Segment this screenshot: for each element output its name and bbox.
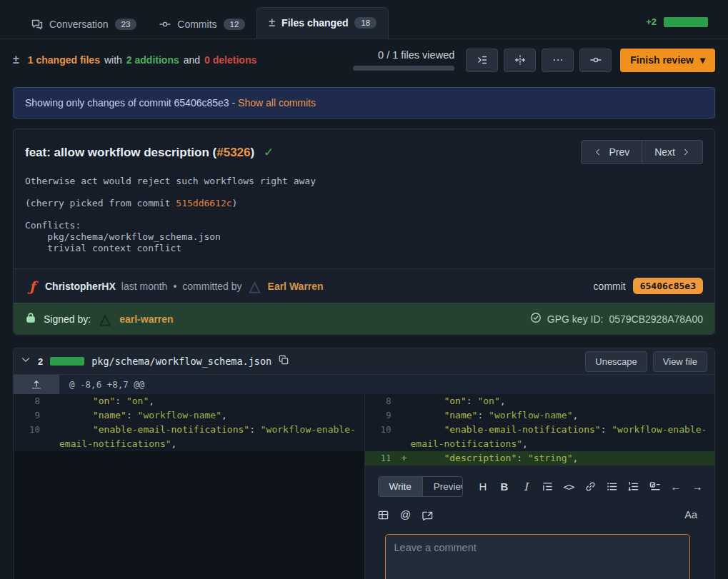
comment-input[interactable] bbox=[385, 534, 691, 579]
status-check-icon[interactable]: ✓ bbox=[264, 146, 274, 159]
committer-avatar[interactable]: △ bbox=[248, 279, 262, 293]
unordered-list-icon[interactable] bbox=[606, 481, 617, 492]
committed-by-text: committed by bbox=[182, 281, 241, 292]
unescape-button[interactable]: Unescape bbox=[585, 351, 647, 372]
files-viewed-label: 0 / 1 files viewed bbox=[378, 49, 454, 61]
diff-left-cell: 8 "on": "on", bbox=[14, 394, 364, 408]
signer-avatar[interactable]: △ bbox=[98, 312, 112, 326]
finish-review-button[interactable]: Finish review ▾ bbox=[620, 49, 715, 72]
file-tree-toggle-button[interactable] bbox=[466, 49, 498, 72]
heading-icon[interactable]: H bbox=[477, 480, 489, 494]
undo-arrow-icon[interactable]: ← bbox=[670, 480, 682, 494]
split-view-button[interactable] bbox=[504, 49, 536, 72]
file-diff-stat-bar bbox=[50, 357, 84, 366]
tab-conversation[interactable]: Conversation 23 bbox=[20, 10, 148, 39]
expand-hunk-button[interactable] bbox=[14, 375, 59, 394]
diff-line-number[interactable]: 10 bbox=[14, 423, 46, 451]
mention-icon[interactable]: @ bbox=[400, 508, 412, 522]
commit-word: commit bbox=[594, 281, 626, 292]
lock-icon bbox=[25, 312, 36, 326]
additions-count: +2 bbox=[646, 16, 657, 27]
finish-review-label: Finish review bbox=[630, 54, 694, 66]
collapse-file-icon[interactable] bbox=[21, 355, 31, 368]
write-preview-tabs: Write Preview bbox=[378, 476, 464, 497]
committer-name[interactable]: Earl Warren bbox=[268, 281, 324, 292]
author-name[interactable]: ChristopherHX bbox=[45, 281, 116, 292]
issue-link[interactable]: #5326 bbox=[216, 146, 250, 159]
tab-commits-count: 12 bbox=[224, 19, 246, 30]
tab-conversation-count: 23 bbox=[115, 19, 137, 30]
commit-body-line2: (cherry picked from commit bbox=[25, 198, 176, 208]
diff-hunk-row: @ -8,6 +8,7 @@ bbox=[14, 375, 714, 394]
italic-icon[interactable]: I bbox=[520, 480, 532, 494]
ordered-list-icon[interactable] bbox=[627, 481, 639, 492]
diff-line-marker bbox=[46, 408, 59, 423]
show-all-commits-link[interactable]: Show all commits bbox=[238, 97, 316, 109]
prev-label: Prev bbox=[609, 146, 629, 158]
diff-line-number[interactable]: 10 bbox=[365, 423, 398, 451]
diff-stat-bar bbox=[664, 17, 708, 27]
diff-line-marker bbox=[398, 394, 411, 408]
preview-tab[interactable]: Preview bbox=[422, 477, 463, 496]
commit-body-conflicts: Conflicts: pkg/schema/workflow_schema.js… bbox=[25, 220, 221, 253]
cherry-pick-hash-link[interactable]: 515dd6612c bbox=[176, 198, 231, 208]
inline-comment-row: Write Preview H B I <> bbox=[14, 465, 714, 579]
diff-summary-bar: ± 1 changed files with 2 additions and 0… bbox=[0, 39, 728, 81]
commit-select-button[interactable] bbox=[579, 49, 612, 72]
font-size-icon[interactable]: Aa bbox=[684, 508, 697, 522]
tab-files-changed[interactable]: ± Files changed 18 bbox=[256, 7, 389, 39]
author-avatar[interactable]: ƒ bbox=[25, 279, 39, 293]
commit-hash-badge[interactable]: 65406c85e3 bbox=[633, 278, 703, 294]
quote-icon[interactable] bbox=[542, 481, 553, 492]
redo-arrow-icon[interactable]: → bbox=[692, 480, 703, 494]
table-icon[interactable] bbox=[378, 510, 389, 520]
diff-left-cell: 10 "enable-email-notifications": "workfl… bbox=[14, 423, 364, 451]
task-list-icon[interactable] bbox=[649, 481, 660, 492]
diff-line-marker: + bbox=[398, 451, 411, 465]
next-label: Next bbox=[654, 146, 675, 158]
gpg-key-info: GPG key ID: 0579CB2928A78A00 bbox=[530, 312, 703, 326]
changed-files-link[interactable]: 1 changed files bbox=[28, 54, 100, 66]
hunk-header-text: @ -8,6 +8,7 @@ bbox=[59, 375, 144, 394]
comment-discussion-icon bbox=[31, 19, 43, 30]
diff-row: 8 "on": "on",8 "on": "on", bbox=[14, 394, 714, 408]
gpg-key-label: GPG key ID: bbox=[547, 313, 604, 325]
diff-icon: ± bbox=[269, 16, 275, 29]
diff-line-number[interactable]: 9 bbox=[365, 408, 398, 423]
commit-title-text: feat: allow workflow description ( bbox=[25, 146, 216, 159]
diff-line-number[interactable]: 8 bbox=[365, 394, 398, 408]
separator-dot: • bbox=[173, 281, 176, 292]
diff-left-cell bbox=[14, 451, 364, 465]
comment-editor-toolbar: Write Preview H B I <> bbox=[378, 476, 704, 497]
commit-message-box: feat: allow workflow description (#5326)… bbox=[13, 129, 715, 335]
diff-code-line: "name": "workflow-name", bbox=[59, 408, 364, 423]
banner-text: Showing only changes of commit 65406c85e… bbox=[25, 97, 235, 109]
inline-comment-form: Write Preview H B I <> bbox=[364, 465, 715, 579]
diff-rows: 8 "on": "on",8 "on": "on",9 "name": "wor… bbox=[14, 394, 714, 465]
unescape-label: Unescape bbox=[595, 356, 637, 367]
caret-down-icon: ▾ bbox=[700, 54, 705, 66]
tab-files-changed-label: Files changed bbox=[281, 17, 348, 29]
cross-reference-icon[interactable] bbox=[422, 510, 434, 520]
tab-files-changed-count: 18 bbox=[354, 17, 377, 29]
file-name[interactable]: pkg/schema/workflow_schema.json bbox=[91, 356, 271, 367]
signer-name[interactable]: earl-warren bbox=[119, 313, 173, 325]
deletions-text: 0 deletions bbox=[204, 54, 256, 66]
link-icon[interactable] bbox=[584, 481, 596, 492]
signed-by-label: Signed by: bbox=[44, 313, 91, 325]
prev-commit-button[interactable]: Prev bbox=[581, 140, 642, 164]
bold-icon[interactable]: B bbox=[499, 480, 510, 494]
tab-commits[interactable]: Commits 12 bbox=[148, 10, 256, 39]
copy-path-icon[interactable] bbox=[279, 355, 289, 368]
view-file-label: View file bbox=[663, 356, 697, 367]
diff-line-number[interactable]: 9 bbox=[14, 408, 46, 423]
code-icon[interactable]: <> bbox=[563, 480, 574, 494]
diff-line-number[interactable]: 8 bbox=[14, 394, 46, 408]
view-file-button[interactable]: View file bbox=[653, 351, 707, 372]
gpg-key-id: 0579CB2928A78A00 bbox=[609, 313, 703, 325]
diff-line-number[interactable]: 11 bbox=[365, 451, 398, 465]
commit-nav: Prev Next bbox=[581, 140, 703, 164]
next-commit-button[interactable]: Next bbox=[642, 140, 703, 164]
write-tab[interactable]: Write bbox=[379, 477, 422, 496]
diff-options-button[interactable]: ⋯ bbox=[542, 49, 574, 72]
